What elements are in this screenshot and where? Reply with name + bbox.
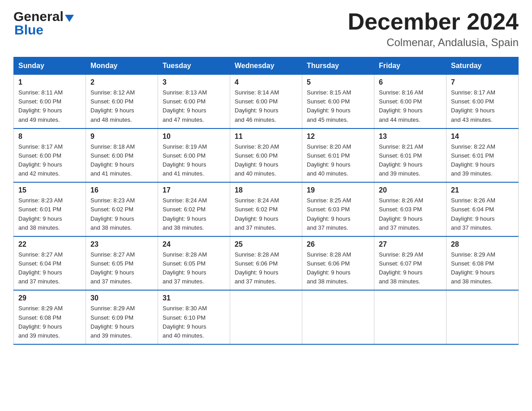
day-number: 18 bbox=[235, 186, 297, 194]
day-number: 4 bbox=[235, 78, 297, 86]
table-row: 24Sunrise: 8:28 AMSunset: 6:05 PMDayligh… bbox=[158, 236, 230, 291]
table-row: 23Sunrise: 8:27 AMSunset: 6:05 PMDayligh… bbox=[86, 236, 158, 291]
day-number: 27 bbox=[379, 240, 442, 248]
calendar-header-row: Sunday Monday Tuesday Wednesday Thursday… bbox=[14, 57, 519, 75]
day-info: Sunrise: 8:23 AMSunset: 6:02 PMDaylight:… bbox=[90, 196, 153, 232]
header-tuesday: Tuesday bbox=[158, 57, 230, 75]
day-info: Sunrise: 8:16 AMSunset: 6:00 PMDaylight:… bbox=[379, 88, 442, 124]
title-block: December 2024 Colmenar, Andalusia, Spain bbox=[348, 9, 519, 49]
day-number: 10 bbox=[163, 133, 225, 141]
day-info: Sunrise: 8:29 AMSunset: 6:08 PMDaylight:… bbox=[451, 250, 514, 287]
table-row: 25Sunrise: 8:28 AMSunset: 6:06 PMDayligh… bbox=[230, 236, 302, 291]
logo-general-text: General bbox=[13, 9, 64, 24]
header-friday: Friday bbox=[374, 57, 446, 75]
logo: General Blue bbox=[13, 9, 74, 38]
day-number: 9 bbox=[90, 133, 153, 141]
day-number: 19 bbox=[307, 186, 369, 194]
day-number: 23 bbox=[90, 240, 153, 248]
day-info: Sunrise: 8:26 AMSunset: 6:03 PMDaylight:… bbox=[379, 196, 442, 232]
table-row bbox=[302, 290, 374, 344]
table-row: 3Sunrise: 8:13 AMSunset: 6:00 PMDaylight… bbox=[158, 75, 230, 128]
day-info: Sunrise: 8:19 AMSunset: 6:00 PMDaylight:… bbox=[163, 142, 225, 179]
header-saturday: Saturday bbox=[446, 57, 519, 75]
day-number: 21 bbox=[451, 186, 514, 194]
day-number: 17 bbox=[163, 186, 225, 194]
table-row: 5Sunrise: 8:15 AMSunset: 6:00 PMDaylight… bbox=[302, 75, 374, 128]
day-number: 14 bbox=[451, 133, 514, 141]
day-info: Sunrise: 8:25 AMSunset: 6:03 PMDaylight:… bbox=[307, 196, 369, 232]
day-number: 11 bbox=[235, 133, 297, 141]
day-info: Sunrise: 8:24 AMSunset: 6:02 PMDaylight:… bbox=[235, 196, 297, 232]
table-row: 19Sunrise: 8:25 AMSunset: 6:03 PMDayligh… bbox=[302, 182, 374, 236]
day-number: 24 bbox=[163, 240, 225, 248]
day-info: Sunrise: 8:28 AMSunset: 6:06 PMDaylight:… bbox=[307, 250, 369, 287]
day-info: Sunrise: 8:29 AMSunset: 6:09 PMDaylight:… bbox=[90, 304, 153, 340]
table-row: 6Sunrise: 8:16 AMSunset: 6:00 PMDaylight… bbox=[374, 75, 446, 128]
table-row: 26Sunrise: 8:28 AMSunset: 6:06 PMDayligh… bbox=[302, 236, 374, 291]
table-row: 18Sunrise: 8:24 AMSunset: 6:02 PMDayligh… bbox=[230, 182, 302, 236]
day-info: Sunrise: 8:28 AMSunset: 6:06 PMDaylight:… bbox=[235, 250, 297, 287]
day-info: Sunrise: 8:13 AMSunset: 6:00 PMDaylight:… bbox=[163, 88, 225, 124]
day-number: 29 bbox=[18, 294, 81, 302]
day-number: 26 bbox=[307, 240, 369, 248]
day-number: 16 bbox=[90, 186, 153, 194]
day-info: Sunrise: 8:24 AMSunset: 6:02 PMDaylight:… bbox=[163, 196, 225, 232]
table-row: 17Sunrise: 8:24 AMSunset: 6:02 PMDayligh… bbox=[158, 182, 230, 236]
day-info: Sunrise: 8:23 AMSunset: 6:01 PMDaylight:… bbox=[18, 196, 81, 232]
table-row: 29Sunrise: 8:29 AMSunset: 6:08 PMDayligh… bbox=[14, 290, 86, 344]
day-number: 13 bbox=[379, 133, 442, 141]
day-info: Sunrise: 8:12 AMSunset: 6:00 PMDaylight:… bbox=[90, 88, 153, 124]
day-number: 15 bbox=[18, 186, 81, 194]
day-info: Sunrise: 8:20 AMSunset: 6:01 PMDaylight:… bbox=[307, 142, 369, 179]
day-number: 22 bbox=[18, 240, 81, 248]
day-info: Sunrise: 8:17 AMSunset: 6:00 PMDaylight:… bbox=[18, 142, 81, 179]
calendar-table: Sunday Monday Tuesday Wednesday Thursday… bbox=[13, 57, 519, 345]
day-number: 7 bbox=[451, 78, 514, 86]
day-info: Sunrise: 8:29 AMSunset: 6:07 PMDaylight:… bbox=[379, 250, 442, 287]
day-info: Sunrise: 8:29 AMSunset: 6:08 PMDaylight:… bbox=[18, 304, 81, 340]
day-number: 12 bbox=[307, 133, 369, 141]
table-row: 8Sunrise: 8:17 AMSunset: 6:00 PMDaylight… bbox=[14, 128, 86, 183]
day-info: Sunrise: 8:11 AMSunset: 6:00 PMDaylight:… bbox=[18, 88, 81, 124]
day-number: 1 bbox=[18, 78, 81, 86]
day-info: Sunrise: 8:20 AMSunset: 6:00 PMDaylight:… bbox=[235, 142, 297, 179]
table-row: 4Sunrise: 8:14 AMSunset: 6:00 PMDaylight… bbox=[230, 75, 302, 128]
calendar-week-2: 8Sunrise: 8:17 AMSunset: 6:00 PMDaylight… bbox=[14, 128, 519, 183]
table-row: 27Sunrise: 8:29 AMSunset: 6:07 PMDayligh… bbox=[374, 236, 446, 291]
table-row bbox=[446, 290, 519, 344]
table-row: 14Sunrise: 8:22 AMSunset: 6:01 PMDayligh… bbox=[446, 128, 519, 183]
table-row: 2Sunrise: 8:12 AMSunset: 6:00 PMDaylight… bbox=[86, 75, 158, 128]
day-number: 3 bbox=[163, 78, 225, 86]
day-number: 20 bbox=[379, 186, 442, 194]
day-number: 6 bbox=[379, 78, 442, 86]
header-sunday: Sunday bbox=[14, 57, 86, 75]
day-info: Sunrise: 8:26 AMSunset: 6:04 PMDaylight:… bbox=[451, 196, 514, 232]
calendar-week-1: 1Sunrise: 8:11 AMSunset: 6:00 PMDaylight… bbox=[14, 75, 519, 128]
table-row: 28Sunrise: 8:29 AMSunset: 6:08 PMDayligh… bbox=[446, 236, 519, 291]
header-thursday: Thursday bbox=[302, 57, 374, 75]
table-row: 15Sunrise: 8:23 AMSunset: 6:01 PMDayligh… bbox=[14, 182, 86, 236]
header-wednesday: Wednesday bbox=[230, 57, 302, 75]
calendar-week-5: 29Sunrise: 8:29 AMSunset: 6:08 PMDayligh… bbox=[14, 290, 519, 344]
logo-triangle-icon bbox=[65, 15, 74, 22]
day-info: Sunrise: 8:28 AMSunset: 6:05 PMDaylight:… bbox=[163, 250, 225, 287]
table-row: 1Sunrise: 8:11 AMSunset: 6:00 PMDaylight… bbox=[14, 75, 86, 128]
day-info: Sunrise: 8:27 AMSunset: 6:04 PMDaylight:… bbox=[18, 250, 81, 287]
day-number: 8 bbox=[18, 133, 81, 141]
day-info: Sunrise: 8:22 AMSunset: 6:01 PMDaylight:… bbox=[451, 142, 514, 179]
table-row: 11Sunrise: 8:20 AMSunset: 6:00 PMDayligh… bbox=[230, 128, 302, 183]
table-row bbox=[374, 290, 446, 344]
day-info: Sunrise: 8:15 AMSunset: 6:00 PMDaylight:… bbox=[307, 88, 369, 124]
table-row: 12Sunrise: 8:20 AMSunset: 6:01 PMDayligh… bbox=[302, 128, 374, 183]
day-number: 31 bbox=[163, 294, 225, 302]
table-row: 13Sunrise: 8:21 AMSunset: 6:01 PMDayligh… bbox=[374, 128, 446, 183]
day-number: 25 bbox=[235, 240, 297, 248]
page-subtitle: Colmenar, Andalusia, Spain bbox=[348, 36, 519, 49]
page-title: December 2024 bbox=[348, 9, 519, 34]
calendar-week-4: 22Sunrise: 8:27 AMSunset: 6:04 PMDayligh… bbox=[14, 236, 519, 291]
table-row: 16Sunrise: 8:23 AMSunset: 6:02 PMDayligh… bbox=[86, 182, 158, 236]
day-info: Sunrise: 8:27 AMSunset: 6:05 PMDaylight:… bbox=[90, 250, 153, 287]
calendar-week-3: 15Sunrise: 8:23 AMSunset: 6:01 PMDayligh… bbox=[14, 182, 519, 236]
table-row: 31Sunrise: 8:30 AMSunset: 6:10 PMDayligh… bbox=[158, 290, 230, 344]
table-row: 10Sunrise: 8:19 AMSunset: 6:00 PMDayligh… bbox=[158, 128, 230, 183]
